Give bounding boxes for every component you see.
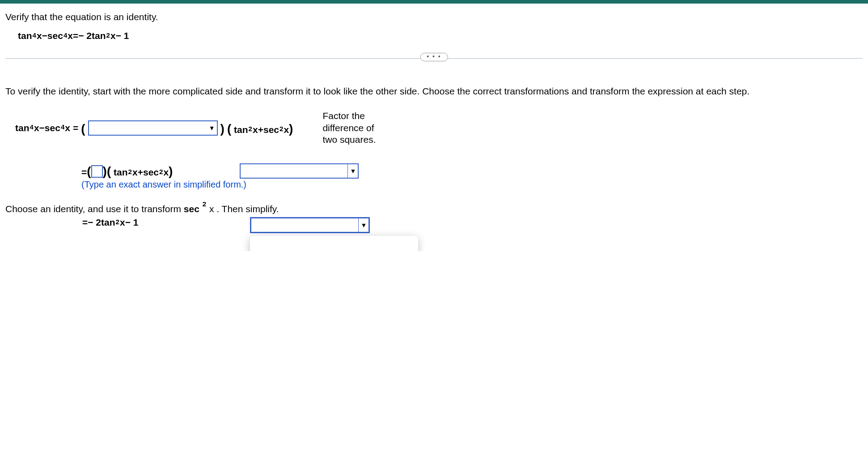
op-eq: = <box>73 30 78 41</box>
op-eq: = <box>82 217 88 228</box>
fn-sec: sec <box>184 204 199 214</box>
chevron-down-icon: ▼ <box>347 164 358 178</box>
step1-row: tan 4 x − sec 4 x = ( ▼ ) ( tan 2 x + se… <box>15 110 863 145</box>
fn-sec: sec <box>47 30 63 41</box>
var-x: x <box>120 217 125 228</box>
step1-lhs: tan 4 x − sec 4 x <box>15 123 70 133</box>
coef: − 2 <box>78 30 92 41</box>
fn-tan: tan <box>15 123 30 133</box>
fn-tan: tan <box>101 217 115 228</box>
final-row: = − 2 tan 2 x − 1 ▼ Apply a reciprocal i… <box>5 217 863 233</box>
fn-sec: sec <box>263 124 279 135</box>
var-x: x <box>68 30 73 41</box>
var-x: x <box>163 167 169 178</box>
paren-open: ( <box>227 122 231 136</box>
fn-tan: tan <box>234 124 248 135</box>
fn-sec: sec <box>45 123 60 133</box>
var-x: x <box>209 204 214 214</box>
op-plus: + <box>258 124 263 135</box>
paren-close: ) <box>103 164 107 179</box>
exp-4: 4 <box>61 123 64 131</box>
op-plus: + <box>138 167 143 178</box>
problem-instruction: Verify that the equation is an identity. <box>5 12 863 22</box>
exp-2: 2 <box>203 200 206 208</box>
verify-instructions: To verify the identity, start with the m… <box>5 85 863 98</box>
op-eq: = <box>73 123 78 133</box>
exp-2: 2 <box>279 125 283 132</box>
var-x: x <box>132 167 138 178</box>
var-x: x <box>34 123 39 133</box>
var-x: x <box>253 124 258 135</box>
dropdown-option-reciprocal[interactable]: Apply a reciprocal identity. <box>258 249 410 251</box>
step2-row: = ( ) ( tan 2 x + sec 2 x ) ▼ <box>5 163 863 179</box>
tail: − 1 <box>125 217 139 228</box>
step2-reason-dropdown[interactable]: ▼ <box>240 163 359 179</box>
step1-factor-dropdown[interactable]: ▼ <box>88 120 218 136</box>
var-x: x <box>65 123 70 133</box>
step2-expr: = ( ) ( tan 2 x + sec 2 x ) <box>81 163 173 178</box>
step1-reason: Factor the difference of two squares. <box>322 110 376 145</box>
reason-line: two squares. <box>322 134 376 145</box>
exp-2: 2 <box>159 168 163 175</box>
identity-equation: tan 4 x − sec 4 x = − 2 tan 2 x − 1 <box>18 30 863 41</box>
exp-4: 4 <box>33 31 36 39</box>
op-eq: = <box>81 167 87 178</box>
fn-tan: tan <box>114 167 128 178</box>
chevron-down-icon: ▼ <box>207 124 217 132</box>
var-x: x <box>110 30 116 41</box>
page-content: Verify that the equation is an identity.… <box>0 4 868 251</box>
expand-pill[interactable]: • • • <box>420 53 448 61</box>
reason-line: Factor the <box>322 110 376 122</box>
paren-open: ( <box>81 122 85 136</box>
fn-tan: tan <box>92 30 106 41</box>
step3-reason-dropdown[interactable]: ▼ <box>250 217 370 233</box>
fn-sec: sec <box>143 167 159 178</box>
app-header-bar <box>0 0 868 4</box>
paren-close: ) <box>169 164 173 179</box>
tail: − 1 <box>116 30 129 41</box>
step2-hint: (Type an exact answer in simplified form… <box>81 179 863 190</box>
dots-icon: • • • <box>427 53 441 60</box>
fn-tan: tan <box>18 30 32 41</box>
op-minus: − <box>39 123 45 133</box>
exp-4: 4 <box>64 31 67 39</box>
step1-factor2: ( tan 2 x + sec 2 x ) <box>227 121 293 135</box>
paren-open: ( <box>107 164 111 179</box>
step3-prefix: Choose an identity, and use it to transf… <box>5 204 184 214</box>
coef: − 2 <box>88 217 101 228</box>
paren-open: ( <box>87 164 91 179</box>
step3-suffix: . Then simplify. <box>216 204 279 214</box>
exp-2: 2 <box>116 218 119 226</box>
step3-instruction: Choose an identity, and use it to transf… <box>5 202 863 214</box>
paren-close: ) <box>289 122 293 136</box>
var-x: x <box>37 30 42 41</box>
var-x: x <box>284 124 289 135</box>
exp-2: 2 <box>106 31 110 39</box>
chevron-down-icon: ▼ <box>358 218 368 232</box>
step2-answer-input[interactable] <box>91 165 103 178</box>
dropdown-menu: Apply a reciprocal identity. Apply a Pyt… <box>250 236 418 251</box>
exp-2: 2 <box>249 125 252 132</box>
final-expr: = − 2 tan 2 x − 1 <box>82 217 138 228</box>
paren-close: ) <box>220 122 224 136</box>
section-separator: • • • <box>5 52 863 65</box>
op-minus: − <box>42 30 47 41</box>
exp-4: 4 <box>30 123 34 131</box>
exp-2: 2 <box>128 168 132 175</box>
reason-line: difference of <box>322 122 376 134</box>
